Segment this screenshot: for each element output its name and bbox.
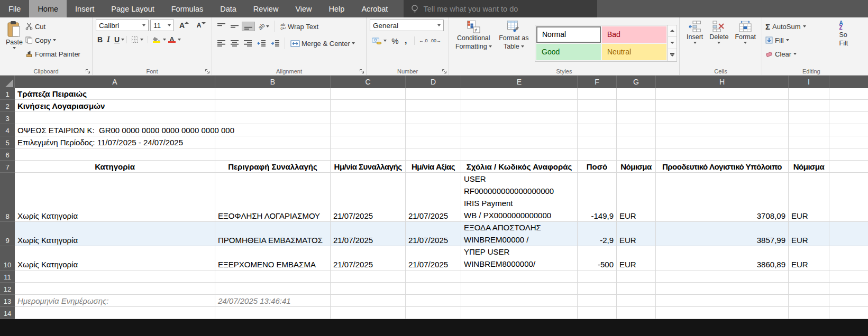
tab-formulas[interactable]: Formulas: [163, 0, 212, 17]
cell-H14[interactable]: [656, 307, 789, 319]
autosum-button[interactable]: Σ AutoSum: [765, 20, 806, 33]
style-bad[interactable]: Bad: [602, 26, 666, 43]
cell-I8[interactable]: EUR: [789, 173, 829, 222]
cell-F9[interactable]: -2,9: [578, 222, 617, 246]
paste-dropdown-caret-icon[interactable]: [13, 47, 16, 49]
cell-D13[interactable]: [406, 295, 461, 307]
cell-J12[interactable]: [829, 283, 868, 295]
select-all-corner[interactable]: [0, 76, 15, 88]
underline-button[interactable]: U: [113, 35, 121, 44]
cell-G14[interactable]: [617, 307, 656, 319]
cell-F7[interactable]: Ποσό: [578, 161, 617, 173]
cell-G6[interactable]: [617, 148, 656, 161]
row-header-5[interactable]: 5: [0, 136, 15, 148]
cell-A6[interactable]: [15, 148, 215, 161]
cell-J8[interactable]: [829, 173, 868, 222]
row-header-3[interactable]: 3: [0, 112, 15, 124]
cell-C12[interactable]: [331, 283, 406, 295]
cell-C2[interactable]: [331, 100, 406, 112]
cell-B8[interactable]: ΕΞΟΦΛΗΣΗ ΛΟΓΑΡΙΑΣΜΟΥ: [215, 173, 331, 222]
tab-file[interactable]: File: [0, 0, 29, 17]
cell-J2[interactable]: [829, 100, 868, 112]
row-header-2[interactable]: 2: [0, 100, 15, 112]
cell-D1[interactable]: [406, 88, 461, 100]
cell-E12[interactable]: [461, 283, 578, 295]
cell-B7[interactable]: Περιγραφή Συναλλαγής: [215, 161, 331, 173]
top-align-button[interactable]: [215, 22, 227, 31]
cell-C9[interactable]: 21/07/2025: [331, 222, 406, 246]
row-header-12[interactable]: 12: [0, 283, 15, 295]
cell-G3[interactable]: [617, 112, 656, 124]
cell-C1[interactable]: [331, 88, 406, 100]
format-painter-button[interactable]: Format Painter: [25, 47, 80, 61]
cell-C8[interactable]: 21/07/2025: [331, 173, 406, 222]
cell-F13[interactable]: [578, 295, 617, 307]
column-header-G[interactable]: G: [617, 76, 656, 88]
cell-A5[interactable]: Επιλεγμένη Περίοδος: 11/07/2025 - 24/07/…: [15, 136, 215, 148]
cell-F1[interactable]: [578, 88, 617, 100]
cell-F14[interactable]: [578, 307, 617, 319]
cell-E8[interactable]: USER RF000000000000000000 IRIS Payment W…: [461, 173, 578, 222]
increase-indent-button[interactable]: [269, 39, 281, 48]
cell-J9[interactable]: [829, 222, 868, 246]
cell-E7[interactable]: Σχόλια / Κωδικός Αναφοράς: [461, 161, 578, 173]
cell-H4[interactable]: [656, 124, 789, 136]
cell-E14[interactable]: [461, 307, 578, 319]
cell-I3[interactable]: [789, 112, 829, 124]
cell-C14[interactable]: [331, 307, 406, 319]
orientation-button[interactable]: ab: [256, 22, 271, 31]
merge-center-button[interactable]: Merge & Center: [288, 39, 357, 49]
align-center-button[interactable]: [229, 39, 241, 48]
number-format-combobox[interactable]: General: [370, 20, 444, 31]
cell-G10[interactable]: EUR: [617, 246, 656, 270]
font-color-button[interactable]: A: [166, 35, 178, 44]
format-cells-button[interactable]: Format: [732, 20, 759, 67]
cell-H2[interactable]: [656, 100, 789, 112]
cell-D7[interactable]: Ημ/νία Αξίας: [406, 161, 461, 173]
cell-G11[interactable]: [617, 270, 656, 283]
cell-F5[interactable]: [578, 136, 617, 148]
tab-review[interactable]: Review: [245, 0, 287, 17]
cell-A4[interactable]: ΟΨΕΩΣ ΕΤΑΙΡΙΩΝ Κ: GR00 0000 0000 0000 00…: [15, 124, 331, 136]
tab-home[interactable]: Home: [29, 0, 67, 17]
font-color-caret-icon[interactable]: [178, 39, 181, 41]
cell-F12[interactable]: [578, 283, 617, 295]
cell-F2[interactable]: [578, 100, 617, 112]
cell-C13[interactable]: [331, 295, 406, 307]
cell-I13[interactable]: [789, 295, 829, 307]
row-header-14[interactable]: 14: [0, 307, 15, 319]
cell-I11[interactable]: [789, 270, 829, 283]
cell-I10[interactable]: EUR: [789, 246, 829, 270]
gallery-scroll-up-button[interactable]: [668, 25, 677, 38]
cell-E3[interactable]: [461, 112, 578, 124]
cell-I6[interactable]: [789, 148, 829, 161]
paste-button[interactable]: Paste: [3, 20, 25, 61]
cell-J1[interactable]: [829, 88, 868, 100]
row-header-1[interactable]: 1: [0, 88, 15, 100]
fill-color-button[interactable]: [150, 35, 163, 44]
cell-F6[interactable]: [578, 148, 617, 161]
column-header-A[interactable]: A: [15, 76, 215, 88]
middle-align-button[interactable]: [229, 22, 241, 31]
cell-A7[interactable]: Κατηγορία: [15, 161, 215, 173]
cell-G12[interactable]: [617, 283, 656, 295]
cell-I7[interactable]: Νόμισμα: [789, 161, 829, 173]
row-header-13[interactable]: 13: [0, 295, 15, 307]
row-header-11[interactable]: 11: [0, 270, 15, 283]
increase-decimal-button[interactable]: ←.0: [419, 38, 428, 43]
cell-J7[interactable]: [829, 161, 868, 173]
cell-C6[interactable]: [331, 148, 406, 161]
cell-J5[interactable]: [829, 136, 868, 148]
cell-B2[interactable]: [215, 100, 331, 112]
cell-I14[interactable]: [789, 307, 829, 319]
style-neutral[interactable]: Neutral: [602, 44, 666, 60]
conditional-formatting-button[interactable]: ≠ Conditional Formatting: [452, 20, 495, 67]
cell-C4[interactable]: [331, 124, 406, 136]
column-header-J-partial[interactable]: [829, 76, 868, 88]
cell-C7[interactable]: Ημ/νία Συναλλαγής: [331, 161, 406, 173]
row-header-9[interactable]: 9: [0, 222, 15, 246]
cell-B13[interactable]: 24/07/2025 13:46:41: [215, 295, 331, 307]
column-header-E[interactable]: E: [461, 76, 578, 88]
cell-E1[interactable]: [461, 88, 578, 100]
clear-button[interactable]: Clear: [765, 47, 806, 61]
